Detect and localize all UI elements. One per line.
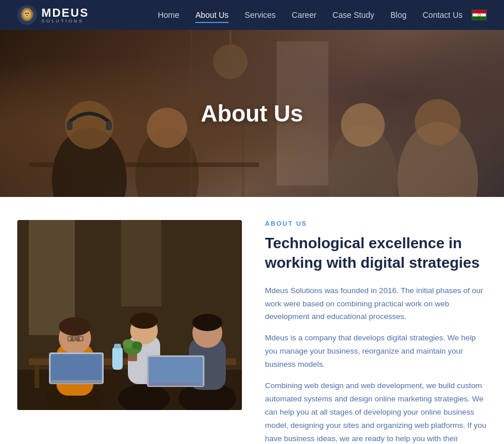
nav-item-blog[interactable]: Blog: [391, 10, 407, 20]
svg-rect-56: [149, 357, 203, 384]
svg-point-19: [415, 99, 461, 145]
svg-point-54: [192, 314, 222, 331]
logo-area[interactable]: MDEUS SOLUTIONS: [17, 5, 89, 25]
nav-link-career[interactable]: Career: [292, 10, 317, 22]
nav-link-blog[interactable]: Blog: [391, 10, 407, 22]
svg-rect-57: [149, 383, 203, 386]
nav-link-contact[interactable]: Contact Us: [423, 10, 463, 22]
navbar: MDEUS SOLUTIONS Home About Us Services C…: [0, 0, 504, 30]
svg-rect-6: [472, 10, 486, 13]
hero-title: About Us: [201, 101, 304, 127]
logo-sub: SOLUTIONS: [41, 19, 89, 24]
svg-rect-21: [190, 30, 192, 197]
svg-rect-31: [35, 365, 39, 388]
nav-link-about[interactable]: About Us: [195, 10, 229, 23]
svg-rect-45: [51, 354, 102, 381]
svg-rect-23: [29, 162, 259, 167]
section-label: ABOUT US: [265, 220, 487, 227]
nav-item-career[interactable]: Career: [292, 10, 317, 20]
svg-rect-13: [106, 121, 112, 130]
svg-rect-28: [121, 220, 161, 306]
content-para-3: Combining web design and web development…: [265, 380, 487, 444]
nav-item-services[interactable]: Services: [245, 10, 276, 20]
svg-rect-8: [472, 17, 486, 20]
svg-point-50: [130, 313, 158, 329]
svg-rect-12: [67, 121, 73, 130]
nav-link-home[interactable]: Home: [158, 10, 179, 22]
svg-point-17: [341, 103, 385, 147]
logo-icon: [17, 5, 37, 25]
nav-item-home[interactable]: Home: [158, 10, 179, 20]
nav-item-contact[interactable]: Contact Us: [423, 10, 463, 20]
content-text: ABOUT US Technological excellence in wor…: [265, 220, 487, 444]
nav-item-about[interactable]: About Us: [195, 10, 229, 20]
content-para-1: Mdeus Solutions was founded in 2016. The…: [265, 284, 487, 324]
svg-rect-46: [51, 380, 102, 384]
svg-point-4: [28, 13, 29, 14]
flag-icon: [472, 10, 487, 20]
svg-point-36: [59, 317, 91, 336]
svg-rect-27: [29, 220, 75, 335]
svg-point-15: [147, 108, 187, 148]
content-para-2: Mdeus is a company that develops digital…: [265, 332, 487, 371]
logo-text: MDEUS SOLUTIONS: [41, 6, 89, 24]
flag-container[interactable]: [472, 10, 487, 20]
content-section: ABOUT US Technological excellence in wor…: [0, 197, 504, 444]
svg-point-2: [24, 10, 30, 17]
content-image: [17, 220, 242, 410]
svg-rect-58: [112, 347, 123, 370]
image-illustration: [17, 220, 242, 410]
content-headline: Technological excellence in working with…: [265, 234, 487, 273]
nav-menu: Home About Us Services Career Case Study…: [158, 10, 463, 20]
nav-link-casestudy[interactable]: Case Study: [332, 10, 374, 22]
svg-point-63: [132, 341, 142, 350]
nav-link-services[interactable]: Services: [245, 10, 276, 22]
svg-point-3: [25, 13, 26, 14]
logo-main: MDEUS: [41, 6, 89, 19]
hero-section: About Us: [0, 30, 504, 197]
svg-rect-59: [114, 344, 121, 348]
nav-item-casestudy[interactable]: Case Study: [332, 10, 374, 20]
